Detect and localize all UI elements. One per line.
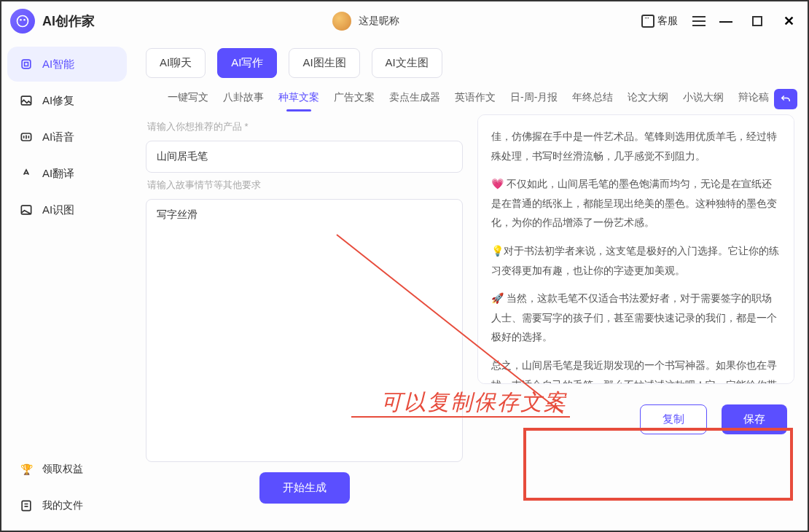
svg-point-2 xyxy=(23,19,26,20)
support-label: 客服 xyxy=(657,15,678,28)
subtab-report[interactable]: 日-周-月报 xyxy=(510,91,558,104)
output-actions: 复制 保存 xyxy=(477,400,794,439)
output-paragraph: 佳，仿佛握在手中是一件艺术品。笔锋则选用优质羊毛，经过特殊处理，书写时丝滑流畅，… xyxy=(491,127,781,165)
file-icon xyxy=(19,498,34,513)
titlebar: AI创作家 这是昵称 客服 xyxy=(1,1,808,41)
undo-button[interactable] xyxy=(774,89,797,109)
user-avatar[interactable] xyxy=(332,12,351,31)
subtab-selling[interactable]: 卖点生成器 xyxy=(389,91,440,104)
image-icon xyxy=(19,93,34,108)
input-column: 请输入你想推荐的产品 * 山间居毛笔 请输入故事情节等其他要求 写字丝滑 开始生… xyxy=(146,114,463,504)
output-box[interactable]: 佳，仿佛握在手中是一件艺术品。笔锋则选用优质羊毛，经过特殊处理，书写时丝滑流畅，… xyxy=(477,114,794,384)
subtab-yearend[interactable]: 年终总结 xyxy=(572,91,613,104)
window-close-button[interactable] xyxy=(778,13,799,29)
secondary-tabs: 一键写文 八卦故事 种草文案 广告文案 卖点生成器 英语作文 日-周-月报 年终… xyxy=(146,88,794,114)
subtab-english[interactable]: 英语作文 xyxy=(455,91,496,104)
sidebar-item-ai-translate[interactable]: AI翻译 xyxy=(7,156,127,191)
output-paragraph: 💗 不仅如此，山间居毛笔的墨色饱满而均匀，无论是在宣纸还是在普通的纸张上，都能呈… xyxy=(491,174,781,232)
svg-rect-4 xyxy=(25,63,28,66)
subtab-grass[interactable]: 种草文案 xyxy=(278,91,319,104)
save-button[interactable]: 保存 xyxy=(722,404,787,434)
sidebar-item-label: AI修复 xyxy=(42,94,74,108)
tab-ai-img2img[interactable]: AI图生图 xyxy=(289,48,359,78)
output-paragraph: 💡对于书法初学者来说，这支笔是极好的入门选择。它让你的练习变得更加有趣，也让你的… xyxy=(491,241,781,280)
tab-ai-write[interactable]: AI写作 xyxy=(217,48,277,78)
window-maximize-button[interactable] xyxy=(752,16,762,26)
chip-icon xyxy=(19,57,34,71)
translate-icon xyxy=(19,166,34,181)
sidebar-item-ai-repair[interactable]: AI修复 xyxy=(7,83,127,118)
output-paragraph: 🚀 当然，这款毛笔不仅适合书法爱好者，对于需要签字的职场人士、需要写字的孩子们，… xyxy=(491,289,781,347)
trophy-icon: 🏆 xyxy=(19,462,34,477)
subtab-gossip[interactable]: 八卦故事 xyxy=(223,91,264,104)
chat-icon xyxy=(641,15,654,28)
app-window: AI创作家 这是昵称 客服 AI智能 AI修复 xyxy=(0,0,809,532)
sidebar-item-label: AI智能 xyxy=(42,58,74,71)
app-logo-icon xyxy=(10,9,35,34)
sidebar-item-label: AI识图 xyxy=(42,203,74,217)
sidebar: AI智能 AI修复 AI语音 AI翻译 AI识图 🏆 xyxy=(1,41,133,531)
sidebar-item-ai-smart[interactable]: AI智能 xyxy=(7,47,127,82)
product-label: 请输入你想推荐的产品 * xyxy=(147,120,463,133)
copy-button[interactable]: 复制 xyxy=(640,404,707,434)
subtab-thesis[interactable]: 论文大纲 xyxy=(628,91,668,104)
sidebar-item-label: 我的文件 xyxy=(42,499,83,512)
sidebar-item-label: 领取权益 xyxy=(42,463,83,476)
subtab-debate[interactable]: 辩论稿 xyxy=(738,91,769,104)
scan-icon xyxy=(19,203,34,217)
svg-point-1 xyxy=(20,19,22,20)
support-button[interactable]: 客服 xyxy=(637,12,682,31)
sidebar-item-my-files[interactable]: 我的文件 xyxy=(7,488,127,523)
subtab-ad[interactable]: 广告文案 xyxy=(334,91,375,104)
subtab-novel[interactable]: 小说大纲 xyxy=(683,91,724,104)
svg-rect-3 xyxy=(22,60,31,69)
sidebar-item-label: AI翻译 xyxy=(42,167,74,181)
sidebar-item-benefits[interactable]: 🏆 领取权益 xyxy=(7,452,127,487)
extra-label: 请输入故事情节等其他要求 xyxy=(147,179,463,192)
svg-point-0 xyxy=(17,16,28,27)
voice-icon xyxy=(19,130,34,144)
primary-tabs: AI聊天 AI写作 AI图生图 AI文生图 xyxy=(146,48,794,78)
sidebar-item-ai-voice[interactable]: AI语音 xyxy=(7,120,127,154)
sidebar-item-label: AI语音 xyxy=(42,130,74,144)
sidebar-item-ai-vision[interactable]: AI识图 xyxy=(7,192,127,227)
tab-ai-chat[interactable]: AI聊天 xyxy=(146,48,206,78)
output-column: 佳，仿佛握在手中是一件艺术品。笔锋则选用优质羊毛，经过特殊处理，书写时丝滑流畅，… xyxy=(477,114,794,504)
user-nickname: 这是昵称 xyxy=(359,15,399,28)
main-panel: AI聊天 AI写作 AI图生图 AI文生图 一键写文 八卦故事 种草文案 广告文… xyxy=(133,41,808,531)
product-input[interactable]: 山间居毛笔 xyxy=(146,141,463,173)
menu-button[interactable] xyxy=(692,16,706,26)
tab-ai-txt2img[interactable]: AI文生图 xyxy=(372,48,442,78)
subtab-onekey[interactable]: 一键写文 xyxy=(168,91,208,104)
generate-button[interactable]: 开始生成 xyxy=(259,472,350,504)
output-paragraph: 总之，山间居毛笔是我近期发现的一个书写神器。如果你也在寻找一支适合自己的毛笔，那… xyxy=(491,356,781,384)
app-title: AI创作家 xyxy=(42,12,95,30)
window-minimize-button[interactable] xyxy=(716,14,736,29)
extra-textarea[interactable]: 写字丝滑 xyxy=(146,199,463,462)
